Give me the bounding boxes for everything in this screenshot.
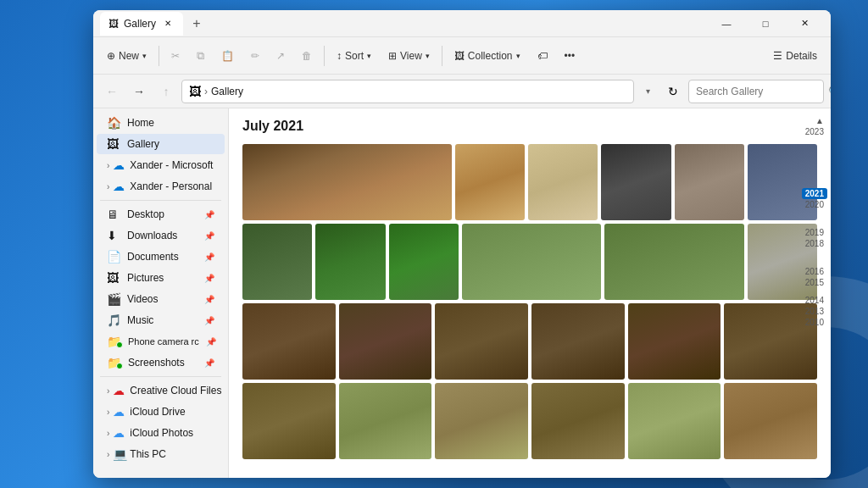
rename-button[interactable]: ✏ (244, 47, 266, 65)
pin-icon: 📌 (206, 337, 216, 347)
gallery-item[interactable] (435, 383, 528, 459)
year-marker-2021-label[interactable]: 2021 (802, 188, 827, 199)
icloud-photos-icon: ☁ (113, 426, 126, 440)
close-button[interactable]: ✕ (785, 10, 824, 37)
gallery-item[interactable] (528, 144, 598, 220)
year-marker-2020-label[interactable]: 2020 (802, 199, 827, 210)
separator-1 (159, 46, 159, 66)
sidebar-item-pictures[interactable]: 🖼 Pictures 📌 (97, 268, 225, 288)
sidebar-item-videos[interactable]: 🎬 Videos 📌 (97, 289, 225, 309)
gallery-item[interactable] (339, 303, 432, 380)
sidebar-item-xander-personal[interactable]: › ☁ Xander - Personal (97, 176, 225, 197)
new-tab-button[interactable]: + (185, 12, 209, 36)
collection-button[interactable]: 🖼 Collection ▾ (448, 47, 527, 65)
gallery-item[interactable] (675, 144, 744, 220)
sidebar-item-screenshots[interactable]: 📁 Screenshots 📌 (97, 352, 225, 373)
year-marker-2014-label[interactable]: 2014 (802, 295, 827, 306)
address-bar: ← → ↑ 🖼 › Gallery ▾ ↻ 🔍 (93, 75, 831, 108)
sort-button[interactable]: ↕ Sort ▾ (330, 47, 378, 65)
year-marker-2016-label[interactable]: 2016 (802, 266, 827, 277)
gallery-tab[interactable]: 🖼 Gallery ✕ (100, 12, 183, 36)
gallery-item[interactable] (339, 383, 432, 459)
share-button[interactable]: ↗ (270, 47, 292, 65)
tag-button[interactable]: 🏷 (531, 47, 554, 65)
gallery-row-4 (242, 383, 817, 459)
year-marker-2013-label[interactable]: 2013 (802, 306, 827, 317)
cloud-microsoft-icon: ☁ (113, 158, 126, 172)
tag-icon: 🏷 (537, 50, 548, 62)
sidebar-item-desktop[interactable]: 🖥 Desktop 📌 (97, 204, 225, 225)
gallery-item[interactable] (242, 303, 336, 380)
sidebar-item-creative-cloud[interactable]: › ☁ Creative Cloud Files (97, 380, 225, 401)
separator-3 (442, 46, 442, 66)
year-marker-2019-label[interactable]: 2019 (802, 227, 827, 238)
music-icon: 🎵 (107, 313, 120, 327)
search-input[interactable] (696, 86, 823, 97)
gallery-item[interactable] (531, 383, 625, 459)
back-button[interactable]: ← (100, 80, 124, 103)
year-marker-2023[interactable]: ▲ (812, 115, 827, 126)
gallery-item[interactable] (315, 224, 385, 300)
collection-icon: 🖼 (454, 50, 465, 62)
minimize-button[interactable]: — (707, 10, 746, 37)
pin-icon: 📌 (204, 295, 214, 304)
pin-icon: 📌 (204, 252, 214, 262)
year-marker-2023-label[interactable]: 2023 (802, 126, 827, 137)
details-button[interactable]: ☰ Details (766, 47, 824, 65)
forward-button[interactable]: → (127, 80, 151, 103)
gallery-item[interactable] (604, 224, 744, 300)
pin-icon: 📌 (204, 274, 214, 283)
year-marker-2018-label[interactable]: 2018 (802, 238, 827, 249)
copy-button[interactable]: ⧉ (190, 46, 211, 66)
gallery-item[interactable] (462, 224, 602, 300)
paste-button[interactable]: 📋 (214, 47, 241, 65)
sidebar-item-downloads[interactable]: ⬇ Downloads 📌 (97, 225, 225, 246)
gallery-row-3 (242, 303, 817, 380)
sidebar-item-icloud-drive[interactable]: › ☁ iCloud Drive (97, 402, 225, 422)
sidebar-item-documents[interactable]: 📄 Documents 📌 (97, 247, 225, 267)
gallery-item[interactable] (242, 383, 336, 459)
gallery-item[interactable] (628, 383, 721, 459)
new-button[interactable]: ⊕ New ▾ (100, 47, 153, 65)
sidebar-item-xander-microsoft[interactable]: › ☁ Xander - Microsoft (97, 155, 225, 175)
sidebar-item-phone-camera[interactable]: 📁 Phone camera rc 📌 (97, 331, 225, 352)
paste-icon: 📋 (221, 50, 234, 62)
icloud-drive-icon: ☁ (113, 405, 126, 419)
sidebar-item-gallery[interactable]: 🖼 Gallery (97, 134, 225, 154)
overflow-button[interactable]: ••• (558, 47, 582, 65)
details-icon: ☰ (773, 50, 782, 62)
gallery-item[interactable] (242, 224, 312, 300)
sidebar-item-music[interactable]: 🎵 Music 📌 (97, 310, 225, 330)
address-path[interactable]: 🖼 › Gallery (181, 80, 634, 103)
gallery-item[interactable] (628, 303, 721, 380)
view-button[interactable]: ⊞ View ▾ (381, 47, 437, 65)
expand-icon: › (107, 408, 109, 417)
sidebar-item-icloud-photos[interactable]: › ☁ iCloud Photos (97, 423, 225, 443)
sidebar-item-home[interactable]: 🏠 Home (97, 113, 225, 133)
gallery-item[interactable] (435, 303, 528, 380)
gallery-item[interactable] (455, 144, 525, 220)
sidebar-item-this-pc[interactable]: › 💻 This PC (97, 444, 225, 464)
delete-button[interactable]: 🗑 (295, 47, 319, 65)
downloads-icon: ⬇ (107, 229, 120, 242)
tab-close-button[interactable]: ✕ (161, 17, 175, 30)
path-dropdown-button[interactable]: ▾ (637, 81, 658, 102)
gallery-item[interactable] (724, 383, 817, 459)
sort-chevron-icon: ▾ (367, 52, 371, 60)
new-icon: ⊕ (107, 50, 115, 62)
up-button[interactable]: ↑ (154, 80, 178, 103)
tab-area: 🖼 Gallery ✕ + (100, 12, 209, 36)
gallery-item[interactable] (242, 144, 452, 220)
year-marker-2015-label[interactable]: 2015 (802, 277, 827, 288)
copy-icon: ⧉ (197, 49, 204, 63)
year-marker-2010-label[interactable]: 2010 (802, 317, 827, 328)
gallery-item[interactable] (531, 303, 625, 380)
gallery-item[interactable] (389, 224, 459, 300)
gallery-item[interactable] (601, 144, 670, 220)
expand-icon: › (107, 182, 109, 191)
overflow-icon: ••• (565, 50, 576, 62)
refresh-button[interactable]: ↻ (661, 80, 685, 103)
maximize-button[interactable]: □ (746, 10, 785, 37)
cut-button[interactable]: ✂ (164, 47, 186, 65)
new-chevron-icon: ▾ (142, 52, 147, 60)
